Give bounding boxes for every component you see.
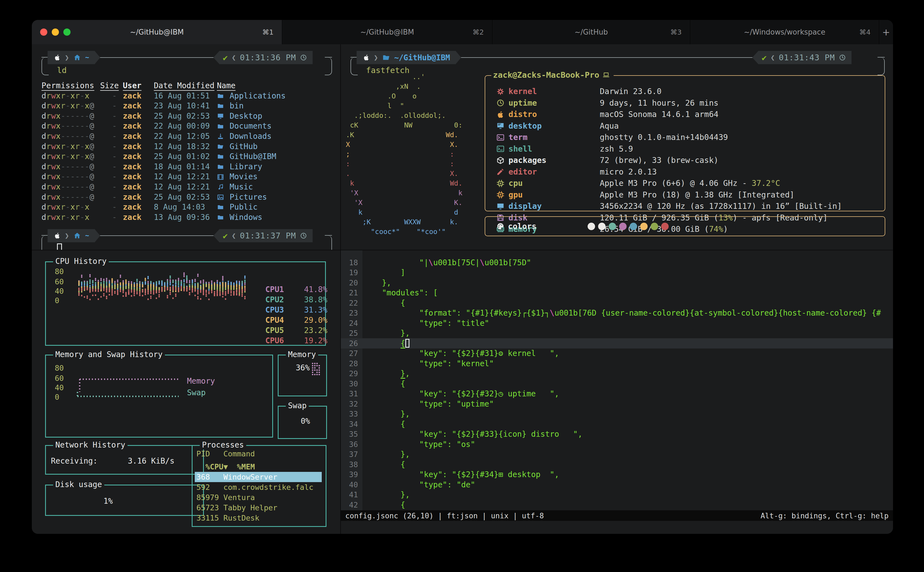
cpu-ytick-60: 60 — [55, 277, 64, 286]
line-number: 27 — [341, 349, 362, 358]
editor-line-18[interactable]: 18 "|\u001b[75C|\u001b[75D" — [341, 258, 893, 268]
monitor-icon — [217, 113, 224, 120]
prompt-command-line[interactable] — [42, 242, 332, 250]
line-number: 39 — [341, 470, 362, 479]
typed-command: ld — [57, 65, 67, 75]
process-row-WindowServer[interactable]: 368 WindowServer — [195, 472, 322, 482]
palette-dot-4 — [619, 223, 627, 230]
chevron-left-icon: ❮ — [232, 232, 236, 240]
editor-line-27[interactable]: 27 "key": "{$2}{#31}⚙ kernel ", — [341, 348, 893, 359]
fastfetch-row-cpu: cpu Apple M3 Pro (6+6) @ 4.06 GHz - 37.2… — [496, 177, 885, 189]
line-number: 30 — [341, 379, 362, 388]
editor-line-42[interactable]: 42 { — [341, 500, 893, 510]
apple-icon — [54, 54, 61, 61]
tab-shortcut: ⌘3 — [670, 28, 682, 36]
fastfetch-value: 72 (brew), 33 (brew-cask) — [600, 156, 719, 165]
line-number: 41 — [341, 490, 362, 499]
editor-cursor — [405, 339, 409, 348]
window-content: ❯ ~ ✔ ❮ 01:31:36 PM ld PermissionsSize U… — [32, 44, 893, 534]
cpu-legend-CPU2: CPU2 38.8% — [265, 295, 327, 305]
process-row-RustDesk[interactable]: 33115 RustDesk — [195, 513, 322, 523]
editor-line-21[interactable]: 21 "modules": [ — [341, 288, 893, 298]
processes-header-1: PID Command — [196, 449, 326, 459]
fastfetch-label: kernel — [509, 87, 600, 96]
process-row-Tabby Helper[interactable]: 65723 Tabby Helper — [195, 502, 322, 513]
editor-line-36[interactable]: 36 "type": "os" — [341, 439, 893, 449]
editor-line-23[interactable]: 23 "format": "{#1}{#keys}┌{$1}┐\u001b[76… — [341, 308, 893, 319]
swap-gauge-value: 0% — [301, 417, 310, 426]
tab-2[interactable]: ~/GitHub@IBM ⌘2 — [282, 20, 492, 44]
line-number: 18 — [341, 258, 362, 267]
prompt-time: 01:31:36 PM — [240, 53, 296, 62]
editor-line-34[interactable]: 34 { — [341, 419, 893, 429]
tab-1[interactable]: ~/GitHub@IBM ⌘1 — [32, 20, 282, 44]
prompt-command-line[interactable]: ld — [42, 64, 332, 76]
new-tab-button[interactable]: + — [879, 20, 893, 44]
memory-series-label: Memory — [187, 376, 215, 385]
close-button[interactable] — [40, 28, 47, 36]
line-number: 19 — [341, 268, 362, 277]
fastfetch-value: Apple M3 Pro (6+6) @ 4.06 GHz - 37.2°C — [600, 179, 780, 188]
disk-usage-title: Disk usage — [53, 480, 104, 489]
prompt-path-segment: ❯ ~ — [48, 229, 100, 242]
colors-label: colors — [508, 222, 537, 231]
shell-prompt: ❯ ~/GitHub@IBM ✔ ❮ 01:31:43 PM fastfetch — [350, 51, 885, 76]
download-icon — [217, 133, 224, 140]
editor-line-33[interactable]: 33 }, — [341, 409, 893, 419]
prompt-status-segment: ✔ ❮ 01:31:43 PM — [752, 51, 851, 64]
prompt-connector-line — [100, 235, 214, 236]
processes-header-2[interactable]: %CPU▼ %MEM — [196, 462, 326, 472]
folder-icon — [217, 204, 224, 211]
tab-title: ~/GitHub@IBM — [360, 28, 414, 36]
pencil-icon — [496, 168, 505, 176]
tab-3[interactable]: ~/GitHub ⌘3 — [492, 20, 690, 44]
prompt-command-line[interactable]: fastfetch — [350, 64, 885, 76]
line-number: 34 — [341, 420, 362, 429]
editor-line-35[interactable]: 35 "key": "{$2}{#33}{icon} distro ", — [341, 429, 893, 440]
editor-line-37[interactable]: 37 }, — [341, 449, 893, 460]
file-row-Pictures: drwx------@- zack25 Aug 02:53 Pictures — [42, 192, 340, 202]
editor-line-25[interactable]: 25 }, — [341, 328, 893, 339]
fastfetch-row-editor: editor micro 2.0.13 — [496, 166, 885, 178]
editor-line-30[interactable]: 30 { — [341, 379, 893, 389]
editor-line-20[interactable]: 20 }, — [341, 278, 893, 288]
editor-line-39[interactable]: 39 "key": "{$2}{#34}⊞ desktop ", — [341, 469, 893, 480]
fastfetch-value: macOS Sonoma 14.6.1 arm64 — [600, 110, 719, 119]
line-number: 26 — [341, 339, 362, 348]
tab-shortcut: ⌘1 — [262, 28, 274, 36]
disk-usage-value: 1% — [103, 496, 113, 506]
prompt-path: ~ — [85, 54, 89, 61]
home-icon — [73, 53, 81, 62]
editor-line-29[interactable]: 29 }, — [341, 369, 893, 379]
process-row-Ventura[interactable]: 85979 Ventura — [195, 492, 322, 502]
editor-line-38[interactable]: 38 { — [341, 459, 893, 469]
editor-line-19[interactable]: 19 ] — [341, 268, 893, 278]
editor-line-28[interactable]: 28 "type": "kernel" — [341, 359, 893, 369]
fastfetch-colors-box: colors — [485, 216, 885, 236]
file-row-Movies: drwx------@- zack12 Aug 12:21 Movies — [42, 172, 340, 182]
processes-panel: Processes PID Command %CPU▼ %MEM 368 Win… — [192, 445, 327, 527]
editor-line-22[interactable]: 22 { — [341, 298, 893, 308]
clock-icon — [839, 54, 846, 61]
process-row-com.crowdstrike.falc[interactable]: 592 com.crowdstrike.falc — [195, 482, 322, 492]
mem-ytick-80: 80 — [55, 364, 64, 372]
minimize-button[interactable] — [52, 28, 59, 36]
editor-status-left: config.jsonc (26,10) | ft:json | unix | … — [345, 511, 544, 520]
line-number: 29 — [341, 369, 362, 378]
editor-line-24[interactable]: 24 "type": "title" — [341, 318, 893, 328]
tab-4[interactable]: ~/Windows/workspace ⌘4 — [690, 20, 879, 44]
term-icon — [496, 133, 505, 141]
editor-line-41[interactable]: 41 }, — [341, 490, 893, 500]
palette-dot-7 — [651, 223, 658, 230]
exit-status-check-icon: ✔ — [223, 53, 228, 62]
editor-line-26[interactable]: 26 { — [341, 338, 893, 348]
editor-line-31[interactable]: 31 "key": "{$2}{#32}◷ uptime ", — [341, 389, 893, 399]
fastfetch-label: term — [509, 133, 600, 142]
music-icon — [217, 183, 224, 191]
zoom-button[interactable] — [63, 28, 70, 36]
fastfetch-value: ghostty 0.1.0-main+14b04439 — [600, 133, 728, 142]
editor-line-32[interactable]: 32 "type": "uptime" — [341, 399, 893, 409]
editor-text-area[interactable]: 18 "|\u001b[75C|\u001b[75D"19 ]20 },21 "… — [341, 258, 893, 510]
editor-line-40[interactable]: 40 "type": "de" — [341, 480, 893, 490]
palette-dot-5 — [630, 223, 637, 230]
